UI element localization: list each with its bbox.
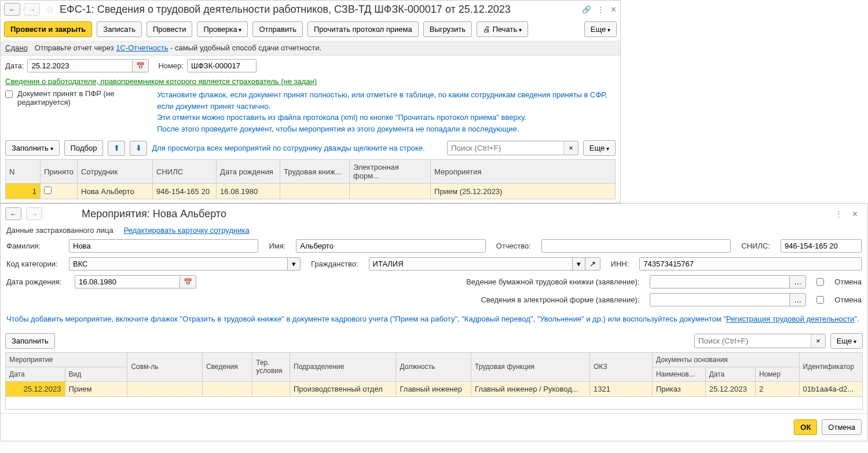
snils-input[interactable] — [781, 240, 861, 252]
events-table[interactable]: Мероприятие Совм-ль Сведения Тер. услови… — [5, 352, 863, 410]
paper-book-input[interactable] — [650, 276, 789, 288]
category-label: Код категории: — [6, 260, 58, 268]
col-info: Сведения — [202, 352, 252, 381]
sub-title: Мероприятия: Нова Альберто — [82, 208, 830, 220]
number-input[interactable] — [188, 60, 256, 72]
paper-book-ellipsis-icon[interactable]: … — [789, 276, 805, 288]
col-accepted: Принято — [41, 160, 78, 184]
status-link[interactable]: Сдано — [5, 43, 28, 52]
birthdate-input[interactable] — [75, 276, 180, 288]
save-button[interactable]: Записать — [97, 21, 142, 37]
col-date: Дата — [6, 367, 65, 381]
insured-label: Данные застрахованного лица — [6, 226, 113, 235]
help-text: Чтобы добавить мероприятие, включите фла… — [1, 309, 867, 330]
eform-row: Сведения в электронной форме (заявление)… — [1, 291, 867, 309]
date-input[interactable] — [28, 60, 132, 72]
sub-nav-forward[interactable]: → — [26, 207, 42, 220]
col-func: Трудовая функция — [471, 352, 589, 381]
events-fill-button[interactable]: Заполнить — [5, 333, 55, 349]
post-and-close-button[interactable]: Провести и закрыть — [4, 21, 92, 37]
main-title: ЕФС-1: Сведения о трудовой деятельности … — [60, 3, 578, 16]
table-toolbar: Заполнить Подбор ⬆ ⬇ Для просмотра всех … — [1, 137, 620, 159]
inn-label: ИНН: — [611, 260, 629, 268]
col-ter: Тер. условия — [252, 352, 290, 381]
sub-more-icon[interactable]: ⋮ — [835, 210, 843, 218]
citizenship-input[interactable] — [369, 258, 572, 270]
employees-table[interactable]: N Принято Сотрудник СНИЛС Дата рождения … — [5, 159, 616, 199]
row-accepted-checkbox[interactable] — [44, 187, 52, 194]
cancel-button[interactable]: Отмена — [822, 419, 862, 435]
col-docs: Документы основания — [652, 352, 799, 367]
category-input[interactable] — [69, 258, 287, 270]
birthdate-calendar-icon[interactable]: 📅 — [180, 276, 196, 288]
registration-link[interactable]: Регистрация трудовой деятельности — [726, 315, 854, 323]
event-row-empty[interactable] — [6, 396, 863, 409]
post-button[interactable]: Провести — [147, 21, 193, 37]
citizenship-dropdown-icon[interactable]: ▾ — [572, 258, 585, 270]
inn-input[interactable] — [640, 258, 861, 270]
accepted-label: Документ принят в ПФР (не редактируется) — [17, 89, 141, 107]
firstname-label: Имя: — [269, 242, 285, 250]
sub-nav-back[interactable]: ← — [5, 207, 21, 220]
col-dept: Подразделение — [290, 352, 396, 381]
accepted-checkbox[interactable] — [5, 90, 13, 98]
firstname-input[interactable] — [296, 240, 485, 252]
col-id: Идентификатор — [799, 352, 862, 381]
select-button[interactable]: Подбор — [64, 140, 104, 156]
col-doc-date: Дата — [705, 367, 755, 381]
col-workbook: Трудовая книж... — [280, 160, 350, 184]
link-icon[interactable]: 🔗 — [582, 5, 591, 14]
eform-input[interactable] — [650, 294, 789, 306]
calendar-icon[interactable]: 📅 — [132, 60, 148, 72]
lastname-input[interactable] — [69, 240, 258, 252]
eform-cancel-checkbox[interactable] — [816, 296, 824, 304]
print-button[interactable]: 🖨 Печать — [477, 21, 528, 37]
export-button[interactable]: Выгрузить — [423, 21, 472, 37]
edit-card-link[interactable]: Редактировать карточку сотрудника — [124, 226, 250, 235]
col-okz: ОКЗ — [590, 352, 653, 381]
search-input[interactable] — [448, 141, 563, 155]
accepted-row: Документ принят в ПФР (не редактируется)… — [1, 87, 620, 137]
main-titlebar: ← → ☆ ЕФС-1: Сведения о трудовой деятель… — [1, 1, 620, 18]
accepted-note: Установите флажок, если документ принят … — [157, 89, 616, 134]
col-eform: Электронная форм... — [350, 160, 431, 184]
category-dropdown-icon[interactable]: ▾ — [287, 258, 300, 270]
table-row[interactable]: 1 Нова Альберто 946-154-165 20 16.08.198… — [6, 184, 616, 199]
sub-close-icon[interactable]: ✕ — [852, 210, 858, 218]
event-row[interactable]: 25.12.2023 Прием Производственный отдел … — [6, 381, 863, 396]
more-button[interactable]: Еще — [584, 21, 617, 37]
move-down-icon[interactable]: ⬇ — [130, 141, 147, 156]
main-toolbar: Провести и закрыть Записать Провести Про… — [1, 18, 620, 41]
check-button[interactable]: Проверка — [197, 21, 248, 37]
close-icon[interactable]: ✕ — [610, 5, 617, 14]
sub-titlebar: ← → Мероприятия: Нова Альберто ⋮ ✕ — [1, 204, 867, 224]
events-search-input[interactable] — [695, 334, 811, 348]
snils-label: СНИЛС: — [741, 242, 770, 250]
nav-forward-button[interactable]: → — [24, 3, 40, 16]
send-button[interactable]: Отправить — [252, 21, 302, 37]
citizenship-label: Гражданство: — [311, 260, 358, 268]
sub-footer: ОК Отмена — [1, 413, 867, 441]
middlename-input[interactable] — [542, 240, 730, 252]
eform-ellipsis-icon[interactable]: … — [789, 294, 805, 306]
ok-button[interactable]: ОК — [794, 419, 817, 435]
favorite-icon[interactable]: ☆ — [46, 4, 54, 15]
nav-back-button[interactable]: ← — [4, 3, 20, 16]
birthdate-label: Дата рождения: — [6, 277, 64, 286]
citizenship-open-icon[interactable]: ↗ — [585, 258, 600, 270]
employer-link[interactable]: Сведения о работодателе, правопреемником… — [1, 76, 321, 87]
read-protocol-button[interactable]: Прочитать протокол приема — [307, 21, 419, 37]
more-icon[interactable]: ⋮ — [597, 5, 605, 14]
events-toolbar: Заполнить × Еще — [1, 330, 867, 352]
col-pos: Должность — [396, 352, 471, 381]
events-search-clear[interactable]: × — [811, 334, 825, 348]
insured-header: Данные застрахованного лица Редактироват… — [1, 224, 867, 237]
fill-button[interactable]: Заполнить — [5, 140, 60, 156]
table-more-button[interactable]: Еще — [583, 140, 616, 156]
events-more-button[interactable]: Еще — [830, 333, 863, 349]
reporting-link[interactable]: 1С-Отчетность — [116, 43, 168, 52]
eform-label: Сведения в электронной форме (заявление)… — [481, 295, 639, 304]
paper-cancel-checkbox[interactable] — [816, 278, 824, 286]
move-up-icon[interactable]: ⬆ — [108, 141, 125, 156]
search-clear-button[interactable]: × — [563, 141, 578, 155]
